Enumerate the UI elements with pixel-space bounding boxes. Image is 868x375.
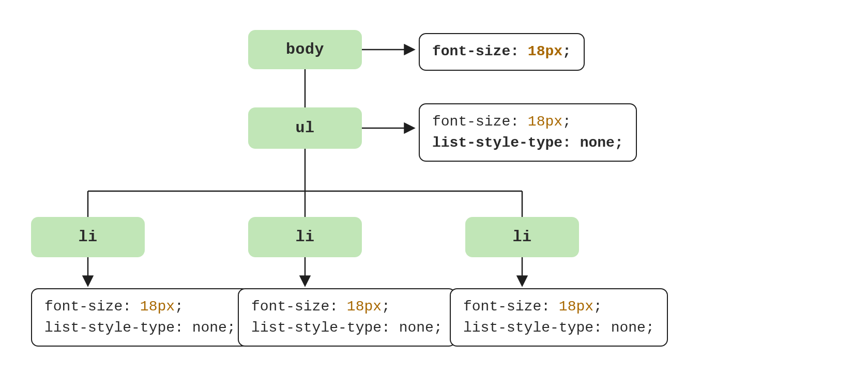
node-body: body (248, 30, 362, 69)
rule-value: 18px (347, 299, 382, 315)
node-body-label: body (286, 41, 324, 58)
css-inheritance-diagram: body font-size: 18px; ul font-size: 18px… (0, 0, 868, 375)
rule-value: none (611, 320, 646, 336)
node-li-3: li (465, 217, 579, 257)
rule-value: 18px (559, 299, 593, 315)
rules-li-1: font-size: 18px; list-style-type: none; (31, 288, 249, 347)
rule-value: none (399, 320, 434, 336)
rules-li-2: font-size: 18px; list-style-type: none; (238, 288, 456, 347)
rule-prop: list-style-type (44, 320, 175, 336)
rule-prop: list-style-type (463, 320, 593, 336)
rule-value: 18px (528, 114, 562, 130)
rule-prop: font-size (44, 299, 123, 315)
rule-prop: font-size (432, 43, 510, 59)
node-li-1-label: li (78, 228, 97, 246)
rules-ul: font-size: 18px; list-style-type: none; (419, 103, 637, 162)
rule-prop: list-style-type (251, 320, 382, 336)
rule-value: 18px (528, 43, 562, 59)
node-ul-label: ul (295, 119, 314, 137)
node-li-1: li (31, 217, 145, 257)
node-li-3-label: li (512, 228, 531, 246)
node-ul: ul (248, 107, 362, 149)
rules-li-3: font-size: 18px; list-style-type: none; (450, 288, 668, 347)
rule-value: 18px (140, 299, 175, 315)
rule-prop: font-size (251, 299, 329, 315)
rules-body: font-size: 18px; (419, 33, 585, 71)
rule-value: none (192, 320, 227, 336)
node-li-2: li (248, 217, 362, 257)
rule-value: none (580, 135, 615, 151)
node-li-2-label: li (295, 228, 314, 246)
rule-prop: list-style-type (432, 135, 562, 151)
rule-prop: font-size (463, 299, 541, 315)
rule-prop: font-size (432, 114, 510, 130)
